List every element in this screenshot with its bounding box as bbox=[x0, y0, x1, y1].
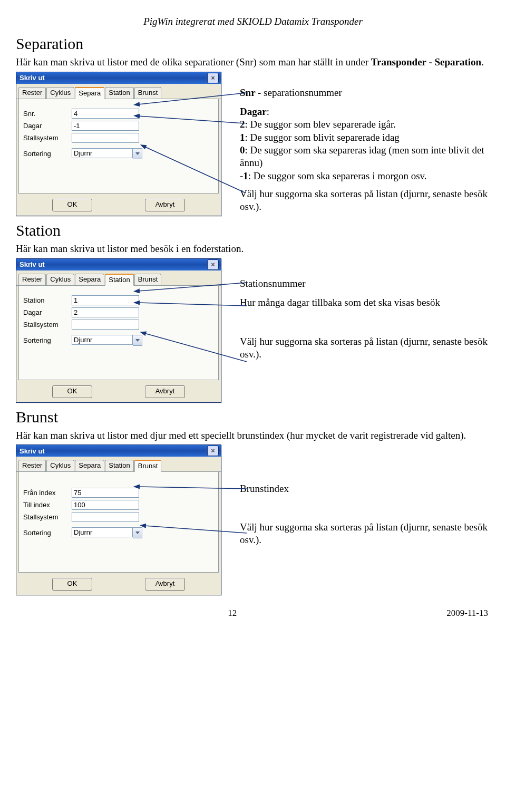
tabbar: Rester Cyklus Separa Station Brunst bbox=[16, 84, 221, 99]
chevron-down-icon[interactable] bbox=[133, 527, 142, 538]
tab-brunst[interactable]: Brunst bbox=[134, 87, 162, 99]
label-sortering: Sortering bbox=[23, 336, 72, 344]
anno-dagar-colon: : bbox=[267, 106, 269, 117]
section-title-separation: Separation bbox=[16, 35, 490, 53]
separation-intro-plain: Här kan man skriva ut listor med de olik… bbox=[16, 56, 371, 67]
ok-button[interactable]: OK bbox=[52, 199, 92, 211]
brunst-intro: Här kan man skriva ut listor med djur me… bbox=[16, 429, 490, 442]
separation-intro-bold: Transponder - Separation bbox=[371, 56, 481, 67]
label-dagar: Dagar bbox=[23, 122, 72, 130]
window-titlebar: Skriv ut × bbox=[16, 259, 221, 270]
cancel-button[interactable]: Avbryt bbox=[145, 385, 185, 398]
section-title-brunst: Brunst bbox=[16, 408, 490, 426]
dialog-skriv-ut-separa: Skriv ut × Rester Cyklus Separa Station … bbox=[16, 72, 221, 216]
input-dagar[interactable]: -1 bbox=[72, 121, 139, 131]
input-station[interactable]: 1 bbox=[72, 295, 139, 305]
dagar-1-t: : De suggor som blivit separerade idag bbox=[245, 132, 400, 143]
window-title: Skriv ut bbox=[18, 74, 45, 82]
label-sortering: Sortering bbox=[23, 150, 72, 158]
tab-rester[interactable]: Rester bbox=[18, 274, 46, 285]
close-icon[interactable]: × bbox=[207, 259, 219, 270]
label-fran-index: Från index bbox=[23, 489, 72, 497]
window-title: Skriv ut bbox=[18, 260, 45, 268]
label-sortering: Sortering bbox=[23, 529, 72, 537]
select-sortering-value: Djurnr bbox=[72, 148, 133, 158]
ok-button[interactable]: OK bbox=[52, 385, 92, 398]
tab-brunst[interactable]: Brunst bbox=[134, 274, 162, 285]
tab-separa[interactable]: Separa bbox=[75, 460, 104, 471]
label-stallsystem: Stallsystem bbox=[23, 513, 72, 521]
window-titlebar: Skriv ut × bbox=[16, 72, 221, 84]
input-snr[interactable]: 4 bbox=[72, 109, 139, 119]
dagar-m-b: -1 bbox=[240, 170, 248, 181]
select-sortering-value: Djurnr bbox=[72, 527, 133, 537]
window-titlebar: Skriv ut × bbox=[16, 445, 221, 457]
tab-cyklus[interactable]: Cyklus bbox=[46, 87, 74, 99]
anno-dagar-0: 0: De suggor som ska separeras idag (men… bbox=[240, 144, 490, 170]
anno-dagar-b: Dagar bbox=[240, 106, 267, 117]
chevron-down-icon[interactable] bbox=[133, 335, 142, 346]
anno-dagar-2: 2: De suggor som blev separerade igår. bbox=[240, 118, 490, 131]
select-sortering[interactable]: Djurnr bbox=[72, 335, 142, 346]
close-icon[interactable]: × bbox=[207, 73, 219, 83]
tab-separa[interactable]: Separa bbox=[75, 87, 104, 99]
tab-cyklus[interactable]: Cyklus bbox=[46, 460, 74, 471]
tab-separa[interactable]: Separa bbox=[75, 274, 104, 285]
close-icon[interactable]: × bbox=[207, 446, 219, 456]
label-station: Station bbox=[23, 296, 72, 304]
tab-station[interactable]: Station bbox=[105, 87, 133, 99]
label-till-index: Till index bbox=[23, 501, 72, 509]
dialog-skriv-ut-brunst: Skriv ut × Rester Cyklus Separa Station … bbox=[16, 444, 221, 595]
cancel-button[interactable]: Avbryt bbox=[145, 199, 185, 211]
dagar-0-t: : De suggor som ska separeras idag (men … bbox=[240, 144, 484, 168]
anno-dagar-1: 1: De suggor som blivit separerade idag bbox=[240, 131, 490, 144]
label-stallsystem: Stallsystem bbox=[23, 134, 72, 142]
input-till-index[interactable]: 100 bbox=[72, 500, 139, 510]
label-dagar: Dagar bbox=[23, 308, 72, 316]
anno-snr-bold: Snr - bbox=[240, 87, 261, 98]
tab-rester[interactable]: Rester bbox=[18, 87, 46, 99]
page-number: 12 bbox=[228, 608, 237, 618]
tab-brunst[interactable]: Brunst bbox=[134, 460, 162, 472]
tab-station[interactable]: Station bbox=[105, 274, 133, 286]
select-sortering[interactable]: Djurnr bbox=[72, 148, 142, 159]
anno-sort-sep: Välj hur suggorna ska sorteras på listan… bbox=[240, 188, 490, 214]
input-dagar[interactable]: 2 bbox=[72, 307, 139, 317]
input-fran-index[interactable]: 75 bbox=[72, 488, 139, 498]
tabbar: Rester Cyklus Separa Station Brunst bbox=[16, 457, 221, 472]
ok-button[interactable]: OK bbox=[52, 578, 92, 591]
page-header-italic: PigWin integrerat med SKIOLD Datamix Tra… bbox=[16, 16, 490, 27]
select-sortering[interactable]: Djurnr bbox=[72, 527, 142, 538]
tabbar: Rester Cyklus Separa Station Brunst bbox=[16, 270, 221, 286]
section-title-station: Station bbox=[16, 221, 490, 239]
input-stallsystem[interactable] bbox=[72, 512, 139, 522]
separation-intro-period: . bbox=[481, 56, 484, 67]
dagar-0-b: 0 bbox=[240, 144, 245, 156]
dialog-skriv-ut-station: Skriv ut × Rester Cyklus Separa Station … bbox=[16, 258, 221, 403]
anno-brunstindex: Brunstindex bbox=[240, 482, 490, 495]
dagar-1-b: 1 bbox=[240, 132, 245, 143]
label-stallsystem: Stallsystem bbox=[23, 321, 72, 328]
anno-dagar-m1: -1: De suggor som ska separeras i morgon… bbox=[240, 170, 490, 182]
cancel-button[interactable]: Avbryt bbox=[145, 578, 185, 591]
anno-snr: Snr - separationsnummer bbox=[240, 86, 490, 99]
tab-station[interactable]: Station bbox=[105, 460, 133, 471]
window-title: Skriv ut bbox=[18, 447, 45, 455]
anno-dagar-head: Dagar: bbox=[240, 105, 490, 118]
anno-sort-station: Välj hur suggorna ska sorteras på listan… bbox=[240, 335, 490, 361]
station-intro: Här kan man skriva ut listor med besök i… bbox=[16, 243, 490, 255]
dagar-2-t: : De suggor som blev separerade igår. bbox=[245, 119, 396, 130]
chevron-down-icon[interactable] bbox=[133, 148, 142, 159]
tab-cyklus[interactable]: Cyklus bbox=[46, 274, 74, 285]
tab-rester[interactable]: Rester bbox=[18, 460, 46, 471]
label-snr: Snr. bbox=[23, 110, 72, 118]
input-stallsystem[interactable] bbox=[72, 133, 139, 143]
input-stallsystem[interactable] bbox=[72, 320, 139, 330]
separation-intro: Här kan man skriva ut listor med de olik… bbox=[16, 56, 490, 69]
dagar-2-b: 2 bbox=[240, 119, 245, 130]
anno-dagar-tillbaka: Hur många dagar tillbaka som det ska vis… bbox=[240, 296, 490, 309]
dagar-m-t: : De suggor som ska separeras i morgon o… bbox=[248, 170, 427, 181]
anno-sort-brunst: Välj hur suggorna ska sorteras på listan… bbox=[240, 521, 490, 547]
page-date: 2009-11-13 bbox=[446, 608, 488, 618]
anno-snr-desc: separationsnummer bbox=[264, 87, 342, 98]
